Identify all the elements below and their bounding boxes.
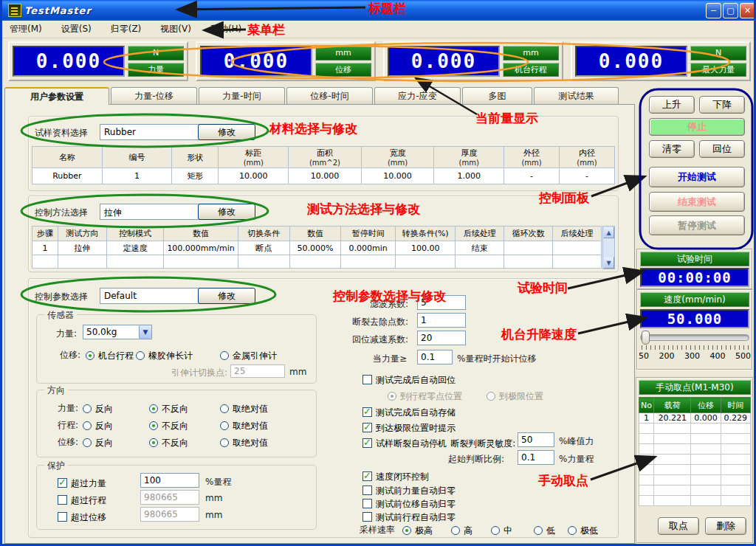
- checkbox-icon[interactable]: [362, 485, 372, 495]
- radio-disp-reverse[interactable]: 反向: [83, 435, 113, 449]
- check-break-stop[interactable]: 试样断裂自动停机 断裂判断灵敏度:: [362, 435, 515, 450]
- points-table-empty-row[interactable]: [639, 465, 751, 475]
- checkbox-icon[interactable]: [362, 438, 372, 448]
- radio-icon[interactable]: [149, 438, 158, 447]
- radio-return-zero[interactable]: 到行程零点位置: [388, 388, 462, 403]
- maximize-button-icon[interactable]: ▢: [723, 3, 738, 18]
- checkbox-icon[interactable]: [362, 512, 372, 522]
- menu-help[interactable]: 帮助(H): [210, 23, 241, 35]
- checkbox-icon[interactable]: [362, 499, 372, 508]
- check-auto-return[interactable]: 测试完成后自动回位: [362, 372, 456, 387]
- over-stroke-input[interactable]: [140, 490, 199, 505]
- radio-force-no-reverse[interactable]: 不反向: [149, 401, 188, 415]
- radio-stroke-absolute[interactable]: 取绝对值: [220, 418, 268, 432]
- radio-icon[interactable]: [149, 421, 158, 430]
- menu-zero[interactable]: 归零(Z): [111, 23, 142, 35]
- check-over-force[interactable]: 超过力量: [58, 475, 106, 490]
- stop-button[interactable]: 停止: [649, 118, 745, 136]
- points-table-empty-row[interactable]: [639, 475, 751, 485]
- radio-force-reverse[interactable]: 反向: [83, 401, 113, 415]
- ratio-input[interactable]: [518, 450, 554, 465]
- checkbox-icon[interactable]: [362, 423, 372, 432]
- radio-icon[interactable]: [220, 351, 229, 360]
- method-table-row[interactable]: 1拉伸定速度 100.000mm/min断点50.000% 0.000min10…: [32, 241, 602, 255]
- menu-settings[interactable]: 设置(S): [61, 23, 92, 35]
- points-table-row[interactable]: 120.221 0.0000.229: [639, 413, 751, 424]
- radio-disp-absolute[interactable]: 取绝对值: [220, 435, 268, 449]
- scroll-up-icon[interactable]: ▲: [603, 227, 614, 238]
- checkbox-icon[interactable]: [58, 495, 67, 505]
- sample-modify-button[interactable]: 修改: [198, 124, 255, 140]
- radio-icon[interactable]: [402, 526, 411, 535]
- radio-icon[interactable]: [83, 421, 92, 430]
- sample-select[interactable]: Rubber ▼: [100, 124, 212, 140]
- radio-sampling-high[interactable]: 高: [451, 522, 472, 537]
- radio-sampling-low[interactable]: 低: [534, 522, 555, 537]
- radio-icon[interactable]: [487, 392, 495, 401]
- params-select[interactable]: Default ▼: [100, 288, 212, 304]
- pause-test-button[interactable]: 暂停测试: [649, 215, 745, 235]
- radio-force-absolute[interactable]: 取绝对值: [220, 401, 268, 415]
- end-test-button[interactable]: 结束测试: [649, 192, 745, 212]
- down-button[interactable]: 下降: [699, 96, 745, 114]
- zero-button[interactable]: 清零: [649, 140, 695, 158]
- checkbox-icon[interactable]: [58, 478, 67, 488]
- tab-stress-strain[interactable]: 应力-应变: [374, 87, 461, 104]
- tab-force-time[interactable]: 力量-时间: [199, 87, 285, 104]
- return-button[interactable]: 回位: [699, 140, 745, 158]
- start-test-button[interactable]: 开始测试: [649, 167, 745, 187]
- check-zero-stroke[interactable]: 测试前行程自动归零: [362, 509, 456, 524]
- radio-icon[interactable]: [568, 526, 577, 535]
- check-auto-save[interactable]: 测试完成后自动存储: [362, 404, 456, 419]
- over-force-input[interactable]: [140, 473, 199, 488]
- tab-multi-graph[interactable]: 多图: [462, 87, 532, 104]
- radio-rubber-extensometer[interactable]: 橡胶伸长计: [136, 348, 193, 362]
- tab-displacement-time[interactable]: 位移-时间: [286, 87, 373, 104]
- return-decel-input[interactable]: [417, 331, 466, 345]
- over-disp-input[interactable]: [140, 507, 199, 522]
- method-table-empty-row[interactable]: [32, 255, 602, 269]
- menu-manage[interactable]: 管理(M): [10, 23, 42, 35]
- tab-results[interactable]: 测试结果: [534, 87, 619, 104]
- method-modify-button[interactable]: 修改: [198, 204, 255, 220]
- radio-icon[interactable]: [86, 351, 94, 360]
- radio-icon[interactable]: [491, 526, 500, 535]
- chevron-down-icon[interactable]: ▼: [139, 325, 151, 339]
- menu-view[interactable]: 视图(V): [160, 23, 191, 35]
- points-table-empty-row[interactable]: [639, 424, 751, 434]
- checkbox-icon[interactable]: [58, 512, 67, 522]
- method-table-scrollbar[interactable]: ▲ ▼: [602, 226, 615, 269]
- radio-machine-stroke[interactable]: 机台行程: [86, 348, 134, 362]
- check-zero-force[interactable]: 测试前力量自动归零: [362, 483, 456, 497]
- radio-icon[interactable]: [220, 421, 229, 430]
- radio-sampling-highest[interactable]: 极高: [402, 522, 433, 537]
- extensometer-switch-input[interactable]: [230, 364, 285, 378]
- scroll-down-icon[interactable]: ▼: [603, 257, 614, 269]
- radio-disp-no-reverse[interactable]: 不反向: [149, 435, 188, 449]
- method-select[interactable]: 拉伸 ▼: [100, 204, 212, 220]
- checkbox-icon[interactable]: [362, 471, 372, 481]
- radio-icon[interactable]: [220, 404, 229, 413]
- radio-stroke-no-reverse[interactable]: 不反向: [149, 418, 188, 432]
- radio-icon[interactable]: [136, 351, 145, 360]
- check-zero-disp[interactable]: 测试前位移自动归零: [362, 496, 456, 511]
- radio-return-limit[interactable]: 到极限位置: [487, 388, 543, 403]
- up-button[interactable]: 上升: [649, 96, 695, 114]
- tab-force-displacement[interactable]: 力量-位移: [111, 87, 197, 104]
- radio-icon[interactable]: [220, 438, 229, 447]
- sensitivity-input[interactable]: [518, 432, 554, 447]
- points-table-empty-row[interactable]: [639, 444, 751, 455]
- points-table-empty-row[interactable]: [639, 455, 751, 465]
- radio-icon[interactable]: [388, 392, 396, 401]
- radio-sampling-lowest[interactable]: 极低: [568, 522, 598, 537]
- params-modify-button[interactable]: 修改: [198, 288, 255, 304]
- points-table-empty-row[interactable]: [639, 485, 751, 496]
- speed-slider-thumb[interactable]: [642, 331, 650, 345]
- speed-slider-track[interactable]: [640, 334, 749, 341]
- check-over-disp[interactable]: 超过位移: [58, 509, 106, 524]
- points-table-empty-row[interactable]: [639, 496, 751, 506]
- checkbox-icon[interactable]: [362, 375, 372, 384]
- force-start-input[interactable]: [417, 350, 453, 364]
- pick-point-button[interactable]: 取点: [658, 517, 699, 535]
- check-over-stroke[interactable]: 超过行程: [58, 492, 106, 507]
